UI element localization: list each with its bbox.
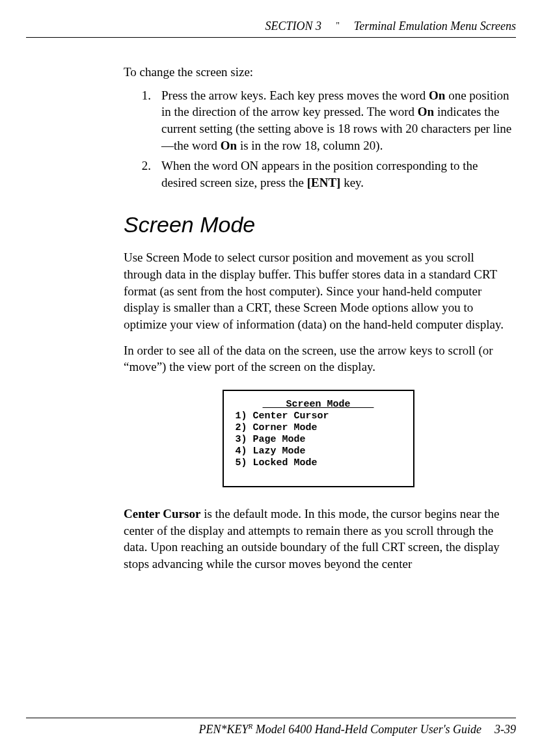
- steps-list: 1. Press the arrow keys. Each key press …: [124, 87, 513, 191]
- text: PEN*KEY: [198, 723, 248, 736]
- text-bold: [ENT]: [307, 176, 341, 189]
- footer-line: PEN*KEYR Model 6400 Hand-Held Computer U…: [26, 722, 516, 736]
- menu-item-5: 5) Locked Mode: [236, 457, 401, 469]
- text: is in the row 18, column 20).: [237, 139, 383, 152]
- text-bold: On: [221, 139, 237, 152]
- step-1: 1. Press the arrow keys. Each key press …: [124, 87, 513, 154]
- step-2-body: When the word ON appears in the position…: [161, 157, 513, 191]
- header-rule: [26, 37, 516, 38]
- footer-rule: [26, 718, 516, 718]
- intro-text: To change the screen size:: [124, 64, 513, 81]
- page-footer: PEN*KEYR Model 6400 Hand-Held Computer U…: [26, 718, 516, 736]
- step-1-number: 1.: [124, 87, 161, 154]
- text: key.: [340, 176, 364, 189]
- text-bold: On: [418, 105, 434, 118]
- text-bold: On: [429, 88, 445, 102]
- footer-book-title: PEN*KEYR Model 6400 Hand-Held Computer U…: [198, 722, 481, 736]
- text: Model 6400 Hand-Held Computer User's Gui…: [252, 723, 481, 736]
- paragraph-2: In order to see all of the data on the s…: [124, 342, 513, 375]
- menu-box-wrap: Screen Mode 1) Center Cursor 2) Corner M…: [124, 390, 513, 487]
- text: Press the arrow keys. Each key press mov…: [161, 88, 429, 102]
- paragraph-3: Center Cursor is the default mode. In th…: [124, 506, 513, 573]
- paragraph-1: Use Screen Mode to select cursor positio…: [124, 249, 513, 332]
- header-quote-mark: ": [336, 21, 340, 31]
- footer-page-number: 3-39: [495, 723, 516, 736]
- text-bold: Center Cursor: [124, 507, 200, 520]
- page: SECTION 3 " Terminal Emulation Menu Scre…: [0, 0, 542, 756]
- screen-mode-menu: Screen Mode 1) Center Cursor 2) Corner M…: [223, 390, 414, 487]
- step-2-number: 2.: [124, 157, 161, 191]
- step-1-body: Press the arrow keys. Each key press mov…: [161, 87, 513, 154]
- section-heading-screen-mode: Screen Mode: [124, 210, 513, 240]
- header-section: SECTION 3: [265, 20, 322, 33]
- menu-item-3: 3) Page Mode: [236, 434, 401, 446]
- menu-item-1: 1) Center Cursor: [236, 411, 401, 422]
- menu-item-4: 4) Lazy Mode: [236, 446, 401, 457]
- step-2: 2. When the word ON appears in the posit…: [124, 157, 513, 191]
- menu-title: Screen Mode: [236, 399, 401, 411]
- header-title: Terminal Emulation Menu Screens: [354, 20, 516, 33]
- menu-item-2: 2) Corner Mode: [236, 422, 401, 434]
- page-header: SECTION 3 " Terminal Emulation Menu Scre…: [26, 20, 516, 33]
- content-area: To change the screen size: 1. Press the …: [124, 64, 513, 572]
